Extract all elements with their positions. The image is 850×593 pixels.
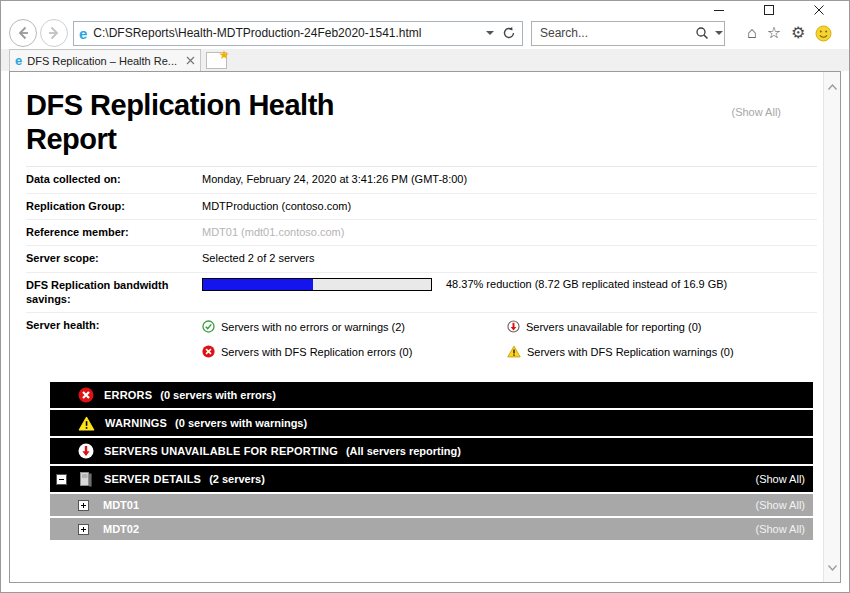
bandwidth-summary: 48.37% reduction (8.72 GB replicated ins… — [446, 278, 727, 290]
tab-bar: e DFS Replication – Health Re... — [1, 49, 849, 71]
field-label: Data collected on: — [26, 172, 202, 186]
field-row-data-collected: Data collected on: Monday, February 24, … — [26, 167, 817, 193]
field-row-replication-group: Replication Group: MDTProduction (contos… — [26, 194, 817, 220]
scroll-down-icon[interactable] — [824, 559, 841, 576]
field-label: Server health: — [26, 318, 202, 332]
search-input[interactable] — [540, 26, 695, 40]
server-row-mdt02[interactable]: MDT02 (Show All) — [50, 518, 813, 540]
back-icon — [15, 25, 31, 41]
tab-close-icon[interactable] — [186, 56, 195, 65]
health-item-label: Servers with DFS Replication errors (0) — [221, 346, 412, 358]
error-circle-icon — [202, 345, 215, 358]
field-row-server-health: Server health: Servers with no errors or… — [26, 313, 817, 368]
server-name: MDT02 — [103, 523, 139, 535]
collapse-minus-icon[interactable] — [56, 474, 67, 485]
address-bar[interactable]: e — [73, 21, 523, 46]
favorites-star-icon[interactable]: ☆ — [767, 25, 781, 41]
section-errors[interactable]: ERRORS (0 servers with errors) — [50, 382, 813, 408]
show-all-link[interactable]: (Show All) — [755, 499, 805, 511]
section-servers-unavailable[interactable]: SERVERS UNAVAILABLE FOR REPORTING (All s… — [50, 438, 813, 464]
health-item-no-errors: Servers with no errors or warnings (2) — [202, 320, 507, 333]
page-viewport: DFS Replication Health Report (Show All)… — [9, 71, 841, 583]
tab-title: DFS Replication – Health Re... — [27, 55, 186, 67]
health-item-label: Servers with DFS Replication warnings (0… — [527, 346, 734, 358]
section-subtitle: (0 servers with warnings) — [175, 417, 307, 429]
section-subtitle: (All servers reporting) — [346, 445, 461, 457]
expand-plus-icon[interactable] — [78, 500, 89, 511]
health-item-label: Servers unavailable for reporting (0) — [526, 321, 701, 333]
error-circle-icon — [78, 387, 94, 403]
close-icon — [813, 4, 825, 16]
section-subtitle: (2 servers) — [209, 473, 265, 485]
maximize-button[interactable] — [759, 3, 779, 17]
report-page: DFS Replication Health Report (Show All)… — [10, 72, 823, 582]
new-tab-button[interactable] — [206, 52, 227, 69]
forward-button[interactable] — [40, 19, 68, 47]
field-value: MDTProduction (contoso.com) — [202, 199, 351, 213]
health-item-errors: Servers with DFS Replication errors (0) — [202, 345, 507, 358]
bandwidth-progress-bar — [202, 278, 432, 291]
section-title: WARNINGS — [105, 417, 167, 429]
search-dropdown-icon[interactable] — [715, 31, 723, 35]
show-all-link[interactable]: (Show All) — [755, 523, 805, 535]
back-button[interactable] — [9, 19, 37, 47]
new-tab-star-icon — [219, 50, 229, 60]
forward-icon — [46, 25, 62, 41]
field-row-bandwidth-savings: DFS Replication bandwidth savings: 48.37… — [26, 273, 817, 314]
vertical-scrollbar[interactable] — [823, 72, 840, 582]
section-title: SERVERS UNAVAILABLE FOR REPORTING — [104, 445, 338, 457]
health-item-label: Servers with no errors or warnings (2) — [221, 321, 405, 333]
ie-page-icon: e — [79, 26, 87, 41]
show-all-link[interactable]: (Show All) — [731, 106, 781, 118]
server-row-mdt01[interactable]: MDT01 (Show All) — [50, 494, 813, 516]
page-title: DFS Replication Health Report — [26, 88, 426, 156]
section-warnings[interactable]: WARNINGS (0 servers with warnings) — [50, 410, 813, 436]
field-value: MDT01 (mdt01.contoso.com) — [202, 225, 344, 239]
section-server-details[interactable]: SERVER DETAILS (2 servers) (Show All) — [50, 466, 813, 492]
field-label: Reference member: — [26, 225, 202, 239]
server-icon — [78, 471, 94, 487]
home-icon[interactable]: ⌂ — [747, 25, 757, 41]
field-row-reference-member: Reference member: MDT01 (mdt01.contoso.c… — [26, 220, 817, 246]
address-input[interactable] — [93, 26, 486, 40]
maximize-icon — [763, 4, 775, 16]
close-button[interactable] — [809, 3, 829, 17]
field-label: Replication Group: — [26, 199, 202, 213]
field-label: Server scope: — [26, 251, 202, 265]
window-titlebar — [1, 1, 849, 17]
section-title: SERVER DETAILS — [104, 473, 201, 485]
expand-plus-icon[interactable] — [78, 524, 89, 535]
browser-window: e ⌂ ☆ ⚙ e DFS Replication – Healt — [0, 0, 850, 593]
minimize-icon — [713, 4, 725, 16]
ie-tab-icon: e — [15, 54, 22, 67]
warning-triangle-icon — [507, 345, 521, 358]
settings-gear-icon[interactable]: ⚙ — [791, 25, 805, 41]
report-header: DFS Replication Health Report (Show All) — [26, 88, 817, 167]
field-value: Monday, February 24, 2020 at 3:41:26 PM … — [202, 172, 467, 186]
field-value: Selected 2 of 2 servers — [202, 251, 315, 265]
health-item-unavailable: Servers unavailable for reporting (0) — [507, 320, 734, 333]
tab-dfs-replication[interactable]: e DFS Replication – Health Re... — [9, 49, 201, 71]
server-name: MDT01 — [103, 499, 139, 511]
minimize-button[interactable] — [709, 3, 729, 17]
refresh-icon[interactable] — [502, 26, 516, 40]
show-all-link[interactable]: (Show All) — [755, 473, 805, 485]
section-title: ERRORS — [104, 389, 152, 401]
unavailable-circle-icon — [78, 443, 94, 459]
health-item-warnings: Servers with DFS Replication warnings (0… — [507, 345, 734, 358]
search-box[interactable] — [531, 21, 725, 46]
unavailable-circle-icon — [507, 320, 520, 333]
scroll-up-icon[interactable] — [824, 78, 841, 95]
field-row-server-scope: Server scope: Selected 2 of 2 servers — [26, 246, 817, 272]
bandwidth-progress-fill — [203, 279, 313, 290]
check-circle-icon — [202, 320, 215, 333]
report-sections: ERRORS (0 servers with errors) WARNINGS … — [50, 382, 813, 540]
search-icon[interactable] — [695, 26, 709, 40]
section-subtitle: (0 servers with errors) — [160, 389, 276, 401]
feedback-smiley-icon[interactable] — [815, 25, 832, 42]
field-label: DFS Replication bandwidth savings: — [26, 278, 202, 307]
browser-toolbar: e ⌂ ☆ ⚙ — [1, 17, 849, 49]
address-dropdown-icon[interactable] — [486, 31, 494, 35]
warning-triangle-icon — [78, 416, 95, 431]
